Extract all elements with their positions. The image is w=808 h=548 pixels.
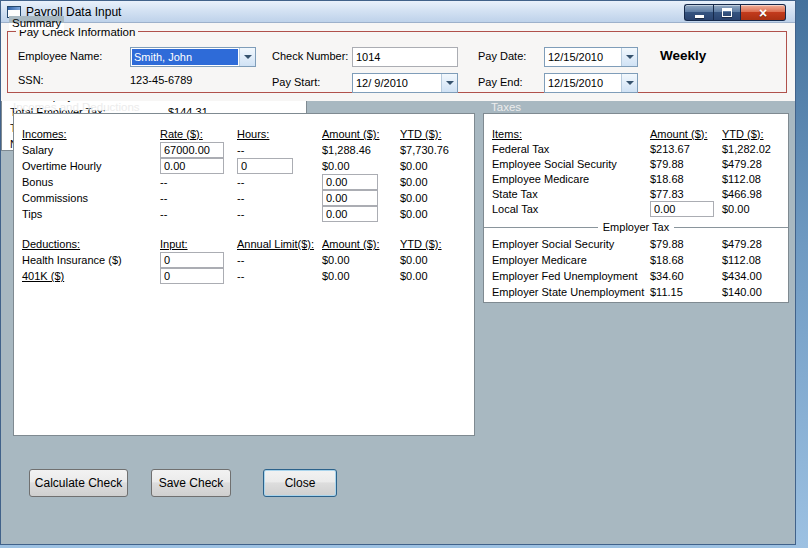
bonus-ytd: $0.00 — [400, 176, 474, 188]
overtime-rate-input[interactable] — [160, 158, 224, 174]
minimize-button[interactable] — [684, 4, 713, 21]
close-button[interactable]: × — [741, 4, 786, 21]
salary-rate-input[interactable] — [160, 142, 224, 158]
pay-end-dropdown-button[interactable] — [621, 74, 637, 92]
employer-tax-group-divider: Employer Tax — [484, 220, 788, 234]
401k-input[interactable] — [160, 268, 224, 284]
401k-ytd: $0.00 — [400, 270, 474, 282]
rate-column-header: Rate ($): — [160, 128, 237, 140]
pay-date-value: 12/15/2010 — [545, 48, 621, 66]
maximize-icon — [722, 8, 732, 17]
commissions-amount-input[interactable] — [322, 190, 378, 206]
tax-row-federal: Federal Tax $213.67 $1,282.02 — [492, 141, 788, 156]
tax-row-employee-ss: Employee Social Security $79.88 $479.28 — [492, 156, 788, 171]
tax-label: Employer Social Security — [492, 238, 650, 250]
deduction-amount-column-header: Amount ($): — [322, 238, 400, 250]
employer-fed-unemployment-ytd: $434.00 — [722, 270, 788, 282]
pay-start-label: Pay Start: — [272, 76, 320, 88]
401k-link[interactable]: 401K ($) — [22, 270, 160, 282]
deductions-column-header: Deductions: — [22, 238, 160, 250]
income-row-salary: Salary -- $1,288.46 $7,730.76 — [22, 142, 474, 158]
salary-amount: $1,288.46 — [322, 144, 400, 156]
employer-state-unemployment-amount: $11.15 — [650, 286, 722, 298]
federal-tax-amount: $213.67 — [650, 143, 722, 155]
title-bar[interactable]: Payroll Data Input — [1, 1, 795, 23]
close-form-button[interactable]: Close — [263, 469, 337, 497]
tax-label: Employer Fed Unemployment — [492, 270, 650, 282]
employer-fed-unemployment-amount: $34.60 — [650, 270, 722, 282]
employee-name-dropdown-button[interactable] — [239, 48, 255, 66]
salary-ytd: $7,730.76 — [400, 144, 474, 156]
bonus-amount-cell — [322, 174, 400, 190]
pay-start-picker[interactable]: 12/ 9/2010 — [352, 73, 458, 93]
income-label: Tips — [22, 208, 160, 220]
salary-rate-cell — [160, 142, 237, 158]
form-client-area: Pay Check Information Employee Name: Smi… — [1, 23, 795, 544]
incomes-deductions-section-label: Incomes and Deductions — [13, 101, 140, 113]
hours-column-header: Hours: — [237, 128, 322, 140]
income-label: Overtime Hourly — [22, 160, 160, 172]
ssn-value: 123-45-6789 — [130, 74, 192, 86]
employer-medicare-amount: $18.68 — [650, 254, 722, 266]
pay-start-dropdown-button[interactable] — [441, 74, 457, 92]
tax-label: Employee Social Security — [492, 158, 650, 170]
pay-end-picker[interactable]: 12/15/2010 — [544, 73, 638, 93]
overtime-hours-input[interactable] — [237, 158, 293, 174]
calculate-check-button[interactable]: Calculate Check — [29, 469, 128, 497]
bonus-hours: -- — [237, 176, 322, 188]
tips-rate: -- — [160, 208, 237, 220]
maximize-button[interactable] — [713, 4, 741, 21]
employee-medicare-ytd: $112.08 — [722, 173, 788, 185]
tax-label: Employer Medicare — [492, 254, 650, 266]
payroll-window: Payroll Data Input × Pay Check Informati… — [0, 0, 796, 545]
pay-end-label: Pay End: — [478, 76, 523, 88]
amount-column-header: Amount ($): — [322, 128, 400, 140]
employer-ss-ytd: $479.28 — [722, 238, 788, 250]
bonus-amount-input[interactable] — [322, 174, 378, 190]
employer-state-unemployment-ytd: $140.00 — [722, 286, 788, 298]
employee-ss-amount: $79.88 — [650, 158, 722, 170]
tips-amount-input[interactable] — [322, 206, 378, 222]
chevron-down-icon — [626, 81, 634, 85]
pay-date-label: Pay Date: — [478, 50, 526, 62]
chevron-down-icon — [244, 55, 252, 59]
spacer — [22, 222, 474, 236]
local-tax-input-cell — [650, 201, 722, 217]
tax-ytd-column-header: YTD ($): — [722, 128, 788, 140]
employer-medicare-ytd: $112.08 — [722, 254, 788, 266]
health-insurance-input[interactable] — [160, 252, 224, 268]
ssn-label: SSN: — [18, 74, 44, 86]
bonus-rate: -- — [160, 176, 237, 188]
tax-row-state: State Tax $77.83 $466.98 — [492, 186, 788, 201]
income-row-commissions: Commissions -- -- $0.00 — [22, 190, 474, 206]
tax-label: Employee Medicare — [492, 173, 650, 185]
tax-label: Federal Tax — [492, 143, 650, 155]
401k-limit: -- — [237, 270, 322, 282]
pay-date-dropdown-button[interactable] — [621, 48, 637, 66]
employee-name-combobox[interactable]: Smith, John — [130, 47, 256, 67]
input-column-header: Input: — [160, 238, 237, 250]
taxes-panel: Items: Amount ($): YTD ($): Federal Tax … — [483, 113, 789, 303]
employer-ss-amount: $79.88 — [650, 238, 722, 250]
tax-row-employer-fed-unemployment: Employer Fed Unemployment $34.60 $434.00 — [492, 268, 788, 284]
incomes-header-row: Incomes: Rate ($): Hours: Amount ($): YT… — [22, 126, 474, 142]
tips-ytd: $0.00 — [400, 208, 474, 220]
tax-row-employee-medicare: Employee Medicare $18.68 $112.08 — [492, 171, 788, 186]
incomes-deductions-panel: Incomes: Rate ($): Hours: Amount ($): YT… — [13, 113, 475, 436]
employee-ss-ytd: $479.28 — [722, 158, 788, 170]
summary-group-label: Summary — [9, 16, 64, 30]
close-icon: × — [759, 6, 767, 20]
tips-hours: -- — [237, 208, 322, 220]
save-check-button[interactable]: Save Check — [151, 469, 231, 497]
local-tax-ytd: $0.00 — [722, 203, 788, 215]
local-tax-input[interactable] — [650, 201, 714, 217]
pay-date-picker[interactable]: 12/15/2010 — [544, 47, 638, 67]
401k-input-cell — [160, 268, 237, 284]
state-tax-ytd: $466.98 — [722, 188, 788, 200]
check-number-input[interactable] — [352, 47, 458, 67]
employee-medicare-amount: $18.68 — [650, 173, 722, 185]
tax-row-local: Local Tax $0.00 — [492, 201, 788, 217]
deduction-ytd-column-header: YTD ($): — [400, 238, 474, 250]
employer-tax-group-label: Employer Tax — [603, 221, 669, 233]
chevron-down-icon — [626, 55, 634, 59]
